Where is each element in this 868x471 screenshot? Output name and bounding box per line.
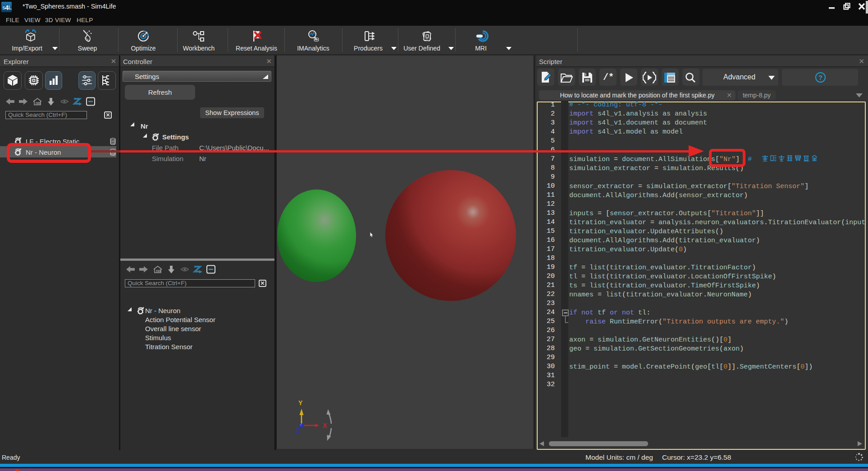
svg-text:X: X <box>323 422 327 429</box>
svg-text:Z: Z <box>296 427 300 434</box>
svg-text:L: L <box>9 5 12 11</box>
svg-text:?: ? <box>818 74 822 81</box>
svg-text:Y: Y <box>298 399 303 406</box>
